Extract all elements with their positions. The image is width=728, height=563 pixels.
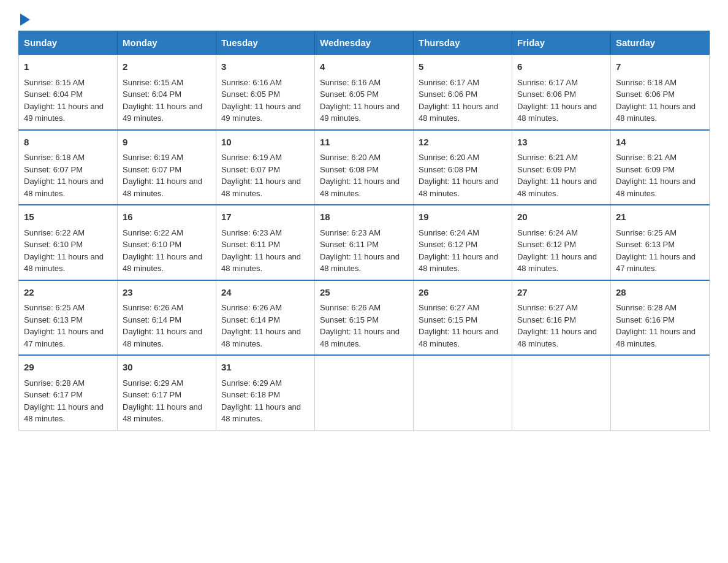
sunset-text: Sunset: 6:13 PM (616, 240, 675, 249)
sunrise-text: Sunrise: 6:22 AM (24, 228, 85, 237)
day-number: 21 (616, 210, 704, 224)
calendar-cell: 13Sunrise: 6:21 AMSunset: 6:09 PMDayligh… (512, 130, 611, 205)
sunrise-text: Sunrise: 6:19 AM (123, 153, 183, 162)
day-number: 27 (517, 286, 605, 300)
daylight-text: Daylight: 11 hours and 48 minutes. (24, 252, 104, 274)
daylight-text: Daylight: 11 hours and 48 minutes. (616, 327, 696, 348)
daylight-text: Daylight: 11 hours and 48 minutes. (616, 102, 696, 123)
sunset-text: Sunset: 6:05 PM (221, 90, 280, 99)
sunrise-text: Sunrise: 6:19 AM (221, 153, 282, 162)
daylight-text: Daylight: 11 hours and 48 minutes. (517, 327, 597, 348)
daylight-text: Daylight: 11 hours and 48 minutes. (616, 177, 696, 198)
sunset-text: Sunset: 6:05 PM (320, 90, 379, 99)
day-number: 22 (24, 286, 112, 300)
sunrise-text: Sunrise: 6:20 AM (320, 153, 381, 162)
sunset-text: Sunset: 6:13 PM (24, 315, 83, 324)
calendar-cell: 2Sunrise: 6:15 AMSunset: 6:04 PMDaylight… (118, 55, 216, 130)
daylight-text: Daylight: 11 hours and 48 minutes. (221, 252, 301, 274)
day-number: 24 (221, 286, 309, 300)
calendar-cell: 25Sunrise: 6:26 AMSunset: 6:15 PMDayligh… (315, 280, 414, 356)
daylight-text: Daylight: 11 hours and 48 minutes. (221, 177, 301, 198)
day-number: 3 (221, 60, 309, 74)
sunrise-text: Sunrise: 6:21 AM (616, 153, 677, 162)
daylight-text: Daylight: 11 hours and 48 minutes. (320, 177, 400, 198)
daylight-text: Daylight: 11 hours and 48 minutes. (419, 177, 498, 198)
sunset-text: Sunset: 6:04 PM (24, 90, 83, 99)
calendar-header-row: SundayMondayTuesdayWednesdayThursdayFrid… (19, 31, 710, 55)
calendar-cell: 11Sunrise: 6:20 AMSunset: 6:08 PMDayligh… (315, 130, 414, 205)
sunrise-text: Sunrise: 6:17 AM (517, 78, 578, 87)
sunrise-text: Sunrise: 6:23 AM (320, 228, 381, 237)
sunrise-text: Sunrise: 6:18 AM (616, 78, 677, 87)
calendar-cell: 16Sunrise: 6:22 AMSunset: 6:10 PMDayligh… (118, 205, 216, 280)
calendar-week-row: 22Sunrise: 6:25 AMSunset: 6:13 PMDayligh… (19, 280, 710, 356)
sunset-text: Sunset: 6:10 PM (123, 240, 181, 249)
day-number: 31 (221, 361, 309, 375)
sunset-text: Sunset: 6:10 PM (24, 240, 83, 249)
calendar-cell: 31Sunrise: 6:29 AMSunset: 6:18 PMDayligh… (216, 355, 315, 430)
sunrise-text: Sunrise: 6:29 AM (123, 378, 183, 388)
calendar-cell: 5Sunrise: 6:17 AMSunset: 6:06 PMDaylight… (414, 55, 512, 130)
calendar-cell: 4Sunrise: 6:16 AMSunset: 6:05 PMDaylight… (315, 55, 414, 130)
day-number: 4 (320, 60, 408, 74)
calendar-cell (512, 355, 611, 430)
sunset-text: Sunset: 6:08 PM (320, 165, 379, 174)
sunrise-text: Sunrise: 6:26 AM (221, 303, 282, 312)
calendar-cell: 17Sunrise: 6:23 AMSunset: 6:11 PMDayligh… (216, 205, 315, 280)
sunset-text: Sunset: 6:15 PM (320, 315, 379, 324)
sunrise-text: Sunrise: 6:21 AM (517, 153, 578, 162)
calendar-cell: 8Sunrise: 6:18 AMSunset: 6:07 PMDaylight… (19, 130, 118, 205)
sunset-text: Sunset: 6:09 PM (616, 165, 675, 174)
day-number: 17 (221, 210, 309, 224)
day-number: 10 (221, 136, 309, 150)
daylight-text: Daylight: 11 hours and 48 minutes. (123, 327, 202, 348)
weekday-header-friday: Friday (512, 31, 611, 55)
sunrise-text: Sunrise: 6:25 AM (24, 303, 85, 312)
sunrise-text: Sunrise: 6:24 AM (517, 228, 578, 237)
sunset-text: Sunset: 6:17 PM (123, 390, 181, 399)
daylight-text: Daylight: 11 hours and 48 minutes. (123, 402, 202, 424)
sunrise-text: Sunrise: 6:29 AM (221, 378, 282, 388)
calendar-cell: 21Sunrise: 6:25 AMSunset: 6:13 PMDayligh… (611, 205, 710, 280)
calendar-cell: 26Sunrise: 6:27 AMSunset: 6:15 PMDayligh… (414, 280, 512, 356)
calendar-cell: 24Sunrise: 6:26 AMSunset: 6:14 PMDayligh… (216, 280, 315, 356)
sunrise-text: Sunrise: 6:16 AM (221, 78, 282, 87)
sunset-text: Sunset: 6:07 PM (24, 165, 83, 174)
day-number: 15 (24, 210, 112, 224)
calendar-cell: 15Sunrise: 6:22 AMSunset: 6:10 PMDayligh… (19, 205, 118, 280)
day-number: 6 (517, 60, 605, 74)
day-number: 13 (517, 136, 605, 150)
daylight-text: Daylight: 11 hours and 49 minutes. (24, 102, 104, 123)
sunset-text: Sunset: 6:11 PM (320, 240, 379, 249)
weekday-header-tuesday: Tuesday (216, 31, 315, 55)
day-number: 29 (24, 361, 112, 375)
sunrise-text: Sunrise: 6:15 AM (123, 78, 183, 87)
calendar-week-row: 15Sunrise: 6:22 AMSunset: 6:10 PMDayligh… (19, 205, 710, 280)
sunset-text: Sunset: 6:06 PM (419, 90, 477, 99)
calendar-cell: 14Sunrise: 6:21 AMSunset: 6:09 PMDayligh… (611, 130, 710, 205)
sunrise-text: Sunrise: 6:26 AM (320, 303, 381, 312)
calendar-cell: 19Sunrise: 6:24 AMSunset: 6:12 PMDayligh… (414, 205, 512, 280)
day-number: 19 (419, 210, 507, 224)
daylight-text: Daylight: 11 hours and 48 minutes. (419, 327, 498, 348)
sunset-text: Sunset: 6:16 PM (517, 315, 576, 324)
daylight-text: Daylight: 11 hours and 48 minutes. (320, 327, 400, 348)
sunset-text: Sunset: 6:07 PM (221, 165, 280, 174)
day-number: 1 (24, 60, 112, 74)
calendar-cell: 23Sunrise: 6:26 AMSunset: 6:14 PMDayligh… (118, 280, 216, 356)
sunrise-text: Sunrise: 6:16 AM (320, 78, 381, 87)
daylight-text: Daylight: 11 hours and 47 minutes. (616, 252, 696, 274)
logo-arrow-icon (20, 13, 30, 26)
calendar-cell: 12Sunrise: 6:20 AMSunset: 6:08 PMDayligh… (414, 130, 512, 205)
sunset-text: Sunset: 6:06 PM (616, 90, 675, 99)
sunset-text: Sunset: 6:09 PM (517, 165, 576, 174)
day-number: 30 (123, 361, 211, 375)
sunrise-text: Sunrise: 6:15 AM (24, 78, 85, 87)
calendar-table: SundayMondayTuesdayWednesdayThursdayFrid… (18, 31, 710, 431)
daylight-text: Daylight: 11 hours and 49 minutes. (221, 102, 301, 123)
day-number: 14 (616, 136, 704, 150)
daylight-text: Daylight: 11 hours and 48 minutes. (123, 252, 202, 274)
sunrise-text: Sunrise: 6:20 AM (419, 153, 479, 162)
sunset-text: Sunset: 6:15 PM (419, 315, 477, 324)
daylight-text: Daylight: 11 hours and 49 minutes. (320, 102, 400, 123)
